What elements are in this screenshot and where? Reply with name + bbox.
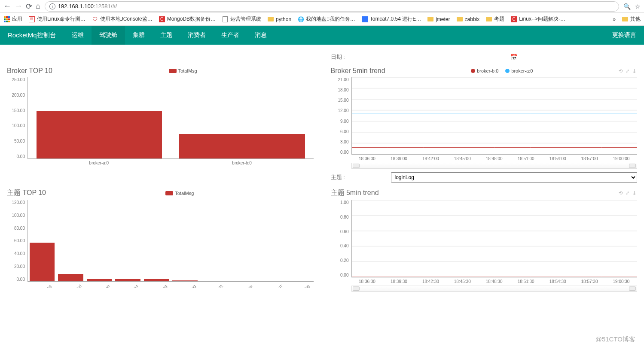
chart-tools[interactable]: ⟲ ⤢ ⤓ <box>619 68 637 74</box>
app-nav: RocketMq控制台 运维驾驶舱集群主题消费者生产者消息 更换语言 <box>0 26 644 45</box>
nav-item-0[interactable]: 运维 <box>64 26 92 45</box>
panel-broker-top: Broker TOP 10 TotalMsg 250.00200.00150.0… <box>7 67 314 183</box>
bar[interactable] <box>144 279 169 281</box>
bookmark-item[interactable]: python <box>267 15 291 23</box>
app-brand: RocketMq控制台 <box>0 31 64 40</box>
bar[interactable] <box>172 280 197 281</box>
bookmark-star-icon[interactable]: ☆ <box>635 3 641 10</box>
folder-icon <box>622 17 628 21</box>
bookmark-item[interactable]: zabbix <box>456 15 480 23</box>
panel-title: Broker TOP 10 <box>7 67 52 75</box>
nav-item-3[interactable]: 主题 <box>153 26 180 45</box>
bookmark-item[interactable]: ▤使用Linux命令行测… <box>28 15 85 23</box>
bookmark-icon: 🌐 <box>297 16 304 23</box>
nav-back-icon[interactable]: ← <box>3 2 11 11</box>
bookmark-item[interactable]: 🌐我的地盘::我的任务… <box>297 15 355 23</box>
bookmark-icon: C <box>159 16 165 23</box>
bookmark-icon: 🛡 <box>92 16 98 23</box>
bookmarks-more[interactable]: » <box>613 16 616 22</box>
topic-select[interactable]: loginLog <box>391 172 638 183</box>
nav-item-2[interactable]: 集群 <box>125 26 153 45</box>
bookmark-icon: C <box>510 16 517 23</box>
time-scrubber[interactable] <box>351 163 638 169</box>
panel-topic-trend: 主题 5min trend ⟲ ⤢ ⤓ 1.000.800.600.400.20… <box>331 189 638 293</box>
nav-home-icon[interactable]: ⌂ <box>36 2 40 11</box>
site-info-icon[interactable]: i <box>49 3 55 9</box>
panel-title: 主题 5min trend <box>331 189 379 198</box>
panel-title: Broker 5min trend <box>331 67 385 75</box>
bookmark-item[interactable]: CMongoDB数据备份… <box>159 15 216 23</box>
apps-icon <box>3 16 10 23</box>
topic-select-label: 主题 : <box>331 174 391 181</box>
time-scrubber[interactable] <box>351 286 638 292</box>
calendar-icon[interactable]: 📅 <box>510 54 518 61</box>
bookmark-item[interactable]: 运营管理系统 <box>222 15 261 23</box>
bar[interactable] <box>87 279 112 281</box>
url-host: 192.168.1.100 <box>58 3 94 9</box>
date-label: 日期 : <box>331 53 391 61</box>
bar[interactable] <box>30 243 55 281</box>
nav-item-6[interactable]: 消息 <box>247 26 275 45</box>
apps-button[interactable]: 应用 <box>3 15 22 23</box>
panel-topic-top: 主题 TOP 10 TotalMsg 120.00100.0080.0060.0… <box>7 189 314 293</box>
address-bar[interactable]: i 192.168.1.100:12581/#/ <box>45 1 619 12</box>
bookmark-item[interactable]: 🛡使用本地JConsole监… <box>92 15 153 23</box>
watermark: @51CTO博客 <box>595 335 635 344</box>
bar[interactable] <box>37 111 162 158</box>
nav-item-5[interactable]: 生产者 <box>214 26 247 45</box>
bookmark-item[interactable]: Tomcat7.0.54 进行E… <box>361 15 421 23</box>
bar[interactable] <box>179 134 305 158</box>
search-icon[interactable]: 🔍 <box>623 3 631 10</box>
chart-tools[interactable]: ⟲ ⤢ ⤓ <box>619 190 637 196</box>
nav-item-4[interactable]: 消费者 <box>180 26 214 45</box>
bookmark-icon <box>427 16 434 23</box>
bar[interactable] <box>58 274 83 281</box>
bookmark-icon: ▤ <box>28 16 35 23</box>
bookmark-item[interactable]: jmeter <box>427 15 450 23</box>
bookmark-icon <box>485 16 492 23</box>
bar[interactable] <box>115 279 140 281</box>
bookmark-icon <box>361 16 368 23</box>
bookmark-icon <box>267 16 274 23</box>
bookmark-item[interactable]: CLinux-->问题解决-… <box>510 15 565 23</box>
nav-fwd-icon[interactable]: → <box>15 2 22 11</box>
nav-item-1[interactable]: 驾驶舱 <box>92 26 125 45</box>
bookmarks-bar: 应用 ▤使用Linux命令行测…🛡使用本地JConsole监…CMongoDB数… <box>0 13 644 26</box>
panel-title: 主题 TOP 10 <box>7 189 46 198</box>
url-rest: :12581/#/ <box>94 3 117 9</box>
bookmark-icon <box>222 16 229 23</box>
other-bookmarks[interactable]: 其他 <box>622 15 641 23</box>
nav-reload-icon[interactable]: ⟳ <box>26 2 32 11</box>
bookmark-item[interactable]: 考题 <box>485 15 504 23</box>
panel-broker-trend: Broker 5min trend broker-b:0 broker-a:0 … <box>331 67 638 183</box>
lang-switch[interactable]: 更换语言 <box>604 26 644 45</box>
bookmark-icon <box>456 16 463 23</box>
